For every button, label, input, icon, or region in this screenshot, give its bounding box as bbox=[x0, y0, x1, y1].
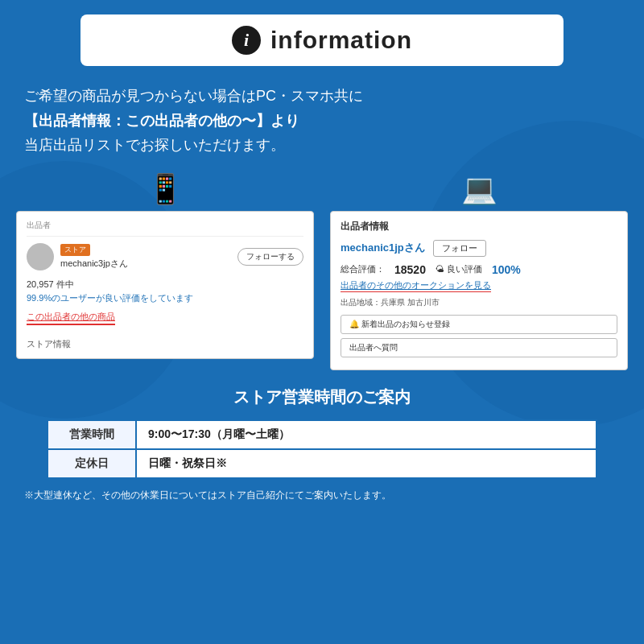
pc-follow-button[interactable]: フォロー bbox=[433, 240, 486, 257]
seller-name-group: ストア mechanic3jpさん bbox=[60, 244, 231, 270]
mobile-device-icon: 📱 bbox=[147, 172, 184, 206]
pc-question-button[interactable]: 出品者へ質問 bbox=[341, 338, 617, 357]
pc-device-icon: 💻 bbox=[461, 172, 497, 206]
pc-rating-label: 総合評価： bbox=[341, 263, 385, 275]
review-count: 20,957 件中 bbox=[27, 279, 303, 291]
pc-auction-link[interactable]: 出品者のその他のオークションを見る bbox=[341, 279, 491, 292]
main-description: ご希望の商品が見つからない場合はPC・スマホ共に 【出品者情報：この出品者の他の… bbox=[16, 84, 628, 158]
pc-rating-num: 18520 bbox=[394, 263, 426, 276]
seller-section-label: 出品者 bbox=[27, 220, 303, 237]
pc-location: 出品地域：兵庫県 加古川市 bbox=[341, 297, 617, 308]
pc-seller-row: mechanic1jpさん フォロー bbox=[341, 240, 617, 257]
pc-screenshot-col: 💻 出品者情報 mechanic1jpさん フォロー 総合評価： 18520 🌤… bbox=[330, 172, 628, 370]
hours-value-1: 9:00〜17:30（月曜〜土曜） bbox=[136, 420, 597, 449]
business-title: ストア営業時間のご案内 bbox=[16, 386, 628, 408]
pc-notify-button[interactable]: 🔔 新着出品のお知らせ登録 bbox=[341, 315, 617, 334]
store-badge: ストア bbox=[60, 244, 90, 256]
avatar bbox=[27, 243, 54, 270]
main-container: i information ご希望の商品が見つからない場合はPC・スマホ共に 【… bbox=[0, 0, 644, 517]
business-section: ストア営業時間のご案内 営業時間 9:00〜17:30（月曜〜土曜） 定休日 日… bbox=[16, 386, 628, 502]
highlight-text: 【出品者情報：この出品者の他の〜】より bbox=[24, 113, 299, 129]
pc-seller-name: mechanic1jpさん bbox=[341, 241, 425, 255]
mobile-seller-name: mechanic3jpさん bbox=[60, 258, 231, 270]
store-info-label: ストア情報 bbox=[27, 338, 303, 350]
pc-screenshot-box: 出品者情報 mechanic1jpさん フォロー 総合評価： 18520 🌤 良… bbox=[330, 211, 628, 370]
seller-row: ストア mechanic3jpさん フォローする bbox=[27, 243, 303, 270]
info-header-box: i information bbox=[80, 14, 564, 66]
pc-rating-row: 総合評価： 18520 🌤 良い評価 100% bbox=[341, 263, 617, 276]
hours-row-1: 営業時間 9:00〜17:30（月曜〜土曜） bbox=[47, 420, 597, 449]
hours-table: 営業時間 9:00〜17:30（月曜〜土曜） 定休日 日曜・祝祭日※ bbox=[47, 419, 597, 479]
main-text-line3: 当店出品リストでお探しいただけます。 bbox=[24, 133, 620, 158]
screenshots-row: 📱 出品者 ストア mechanic3jpさん フォローする 20,957 件中… bbox=[16, 172, 628, 370]
footnote: ※大型連休など、その他の休業日についてはストア自己紹介にてご案内いたします。 bbox=[16, 489, 628, 502]
hours-row-2: 定休日 日曜・祝祭日※ bbox=[47, 449, 597, 478]
mobile-screenshot-col: 📱 出品者 ストア mechanic3jpさん フォローする 20,957 件中… bbox=[16, 172, 314, 359]
main-text-line1: ご希望の商品が見つからない場合はPC・スマホ共に bbox=[24, 84, 620, 109]
hours-value-2: 日曜・祝祭日※ bbox=[136, 449, 597, 478]
mobile-follow-button[interactable]: フォローする bbox=[237, 248, 303, 266]
pc-section-title: 出品者情報 bbox=[341, 220, 617, 233]
other-items-link[interactable]: この出品者の他の商品 bbox=[27, 311, 115, 325]
review-pct: 99.9%のユーザーが良い評価をしています bbox=[27, 292, 303, 304]
mobile-screenshot-box: 出品者 ストア mechanic3jpさん フォローする 20,957 件中 9… bbox=[16, 211, 314, 359]
info-title: information bbox=[270, 27, 412, 54]
hours-label-2: 定休日 bbox=[47, 449, 136, 478]
info-icon: i bbox=[232, 26, 261, 55]
pc-good-pct: 100% bbox=[492, 263, 521, 276]
pc-good-label: 🌤 良い評価 bbox=[436, 263, 482, 275]
hours-label-1: 営業時間 bbox=[47, 420, 136, 449]
main-text-line2: 【出品者情報：この出品者の他の〜】より bbox=[24, 109, 620, 134]
